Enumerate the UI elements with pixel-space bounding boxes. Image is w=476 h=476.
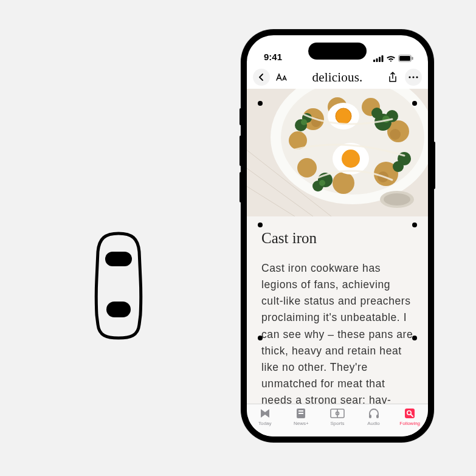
svg-point-45	[319, 180, 325, 186]
back-button[interactable]	[253, 69, 270, 86]
tab-today[interactable]: Today	[247, 407, 283, 436]
svg-point-44	[301, 119, 307, 125]
svg-rect-55	[376, 415, 379, 418]
svg-rect-4	[379, 57, 381, 62]
svg-point-23	[333, 172, 354, 194]
tab-label: Following	[399, 421, 420, 426]
headphones-icon	[368, 407, 380, 420]
share-icon	[388, 72, 398, 83]
ellipsis-icon	[409, 76, 418, 78]
svg-point-10	[412, 76, 414, 78]
svg-point-27	[390, 129, 401, 140]
svg-rect-7	[399, 56, 410, 61]
svg-point-9	[409, 76, 410, 78]
phone-screen: 9:41	[247, 35, 428, 436]
tab-label: News+	[294, 421, 309, 426]
text-size-icon	[275, 72, 289, 82]
status-time: 9:41	[264, 52, 282, 62]
hero-image	[247, 89, 428, 216]
tab-label: Sports	[330, 421, 344, 426]
publication-title: delicious.	[312, 70, 362, 85]
svg-rect-5	[382, 55, 384, 62]
tab-bar: Today News+ Sports Audio	[247, 404, 428, 436]
svg-rect-3	[376, 58, 378, 62]
svg-rect-2	[373, 60, 375, 62]
tab-label: Today	[258, 421, 271, 426]
more-button[interactable]	[405, 69, 422, 86]
tab-sports[interactable]: Sports	[319, 407, 356, 436]
sports-icon	[330, 407, 345, 420]
tab-label: Audio	[367, 421, 379, 426]
svg-rect-0	[105, 252, 132, 266]
news-plus-icon	[295, 407, 306, 420]
dynamic-island	[308, 43, 367, 60]
nav-bar: delicious.	[247, 66, 428, 89]
svg-point-47	[384, 193, 410, 205]
status-indicators	[373, 55, 413, 62]
wifi-icon	[386, 55, 396, 62]
article-paragraph: Cast iron cookware has legions of fans, …	[261, 260, 413, 404]
cellular-icon	[373, 55, 384, 62]
svg-point-36	[371, 108, 382, 119]
svg-rect-49	[298, 410, 303, 412]
svg-rect-54	[369, 415, 371, 418]
article-heading: Cast iron	[261, 230, 413, 247]
tab-following[interactable]: Following	[391, 407, 428, 436]
phone-mockup: 9:41	[241, 29, 434, 443]
share-button[interactable]	[384, 69, 401, 86]
car-icon	[88, 231, 149, 340]
svg-point-24	[297, 158, 317, 178]
tab-newsplus[interactable]: News+	[283, 407, 320, 436]
svg-rect-50	[298, 413, 303, 414]
svg-point-11	[416, 76, 418, 78]
text-size-button[interactable]	[274, 69, 291, 86]
news-today-icon	[259, 407, 271, 420]
svg-point-33	[342, 150, 360, 168]
following-icon	[404, 407, 416, 420]
svg-point-42	[393, 161, 404, 172]
article-content[interactable]: Cast iron Cast iron cookware has legions…	[247, 89, 428, 404]
article-body: Cast iron Cast iron cookware has legions…	[247, 216, 428, 404]
tab-audio[interactable]: Audio	[356, 407, 392, 436]
chevron-left-icon	[257, 73, 266, 81]
svg-rect-8	[412, 57, 413, 60]
svg-rect-1	[106, 302, 131, 317]
battery-icon	[398, 55, 413, 62]
